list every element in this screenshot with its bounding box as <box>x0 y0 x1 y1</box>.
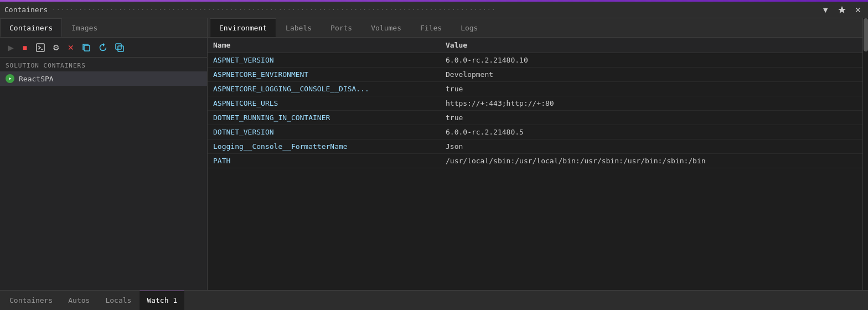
paste-button[interactable] <box>112 42 127 54</box>
svg-rect-2 <box>84 45 90 51</box>
tab-files[interactable]: Files <box>411 18 451 37</box>
env-name-7: PATH <box>213 157 446 165</box>
env-value-4: true <box>446 113 857 122</box>
env-value-5: 6.0.0-rc.2.21480.5 <box>446 128 857 136</box>
toolbar: ▶ ■ ⚙ ✕ <box>0 38 207 58</box>
svg-rect-4 <box>116 44 121 49</box>
env-value-1: Development <box>446 70 857 79</box>
env-value-2: true <box>446 85 857 93</box>
env-name-4: DOTNET_RUNNING_IN_CONTAINER <box>213 113 446 122</box>
title-bar-left: Containers ·····························… <box>4 6 496 14</box>
left-panel: Containers Images ▶ ■ ⚙ ✕ <box>0 18 208 290</box>
bottom-tab-containers[interactable]: Containers <box>2 291 60 310</box>
header-name: Name <box>213 41 446 49</box>
tab-volumes[interactable]: Volumes <box>361 18 411 37</box>
container-name: ReactSPA <box>19 75 54 83</box>
env-name-1: ASPNETCORE_ENVIRONMENT <box>213 70 446 79</box>
copy-button[interactable] <box>79 42 94 54</box>
title-bar-actions: ▼ ✕ <box>819 4 864 16</box>
list-item[interactable]: ReactSPA <box>0 71 207 86</box>
main-content: Containers Images ▶ ■ ⚙ ✕ <box>0 18 868 290</box>
bottom-tab-autos[interactable]: Autos <box>61 291 97 310</box>
title-bar-dots: ········································… <box>52 7 496 13</box>
table-row[interactable]: ASPNETCORE_LOGGING__CONSOLE__DISA... tru… <box>208 82 862 96</box>
delete-button[interactable]: ✕ <box>65 42 77 54</box>
close-button[interactable]: ✕ <box>852 4 864 16</box>
table-row[interactable]: PATH /usr/local/sbin:/usr/local/bin:/usr… <box>208 154 862 168</box>
table-row[interactable]: DOTNET_VERSION 6.0.0-rc.2.21480.5 <box>208 125 862 140</box>
bottom-tab-watch1[interactable]: Watch 1 <box>140 291 184 310</box>
chevron-down-button[interactable]: ▼ <box>819 4 831 16</box>
table-row[interactable]: ASPNETCORE_URLS https://+:443;http://+:8… <box>208 96 862 111</box>
table-row[interactable]: ASPNETCORE_ENVIRONMENT Development <box>208 68 862 82</box>
terminal-button[interactable] <box>33 42 48 54</box>
table-row[interactable]: DOTNET_RUNNING_IN_CONTAINER true <box>208 111 862 125</box>
play-button[interactable]: ▶ <box>4 42 17 54</box>
pin-button[interactable] <box>836 5 848 15</box>
panel-title: Containers <box>4 6 48 14</box>
svg-marker-3 <box>103 43 105 46</box>
container-list: ReactSPA <box>0 71 207 290</box>
env-name-6: Logging__Console__FormatterName <box>213 142 446 151</box>
tab-images[interactable]: Images <box>62 18 107 37</box>
header-value: Value <box>446 41 857 49</box>
env-value-6: Json <box>446 142 857 151</box>
env-name-3: ASPNETCORE_URLS <box>213 99 446 107</box>
table-row[interactable]: ASPNET_VERSION 6.0.0-rc.2.21480.10 <box>208 53 862 68</box>
tab-logs[interactable]: Logs <box>451 18 487 37</box>
tab-environment[interactable]: Environment <box>210 18 276 37</box>
bottom-tab-locals[interactable]: Locals <box>98 291 138 310</box>
tab-labels[interactable]: Labels <box>276 18 321 37</box>
running-status-icon <box>6 74 14 83</box>
scrollbar-track[interactable] <box>862 18 868 290</box>
env-value-3: https://+:443;http://+:80 <box>446 99 857 107</box>
section-header: Solution Containers <box>0 58 207 71</box>
title-bar: Containers ·····························… <box>0 2 868 18</box>
right-tab-bar: Environment Labels Ports Volumes Files L… <box>208 18 862 38</box>
right-panel: Environment Labels Ports Volumes Files L… <box>208 18 862 290</box>
environment-table: Name Value ASPNET_VERSION 6.0.0-rc.2.214… <box>208 38 862 290</box>
table-row[interactable]: Logging__Console__FormatterName Json <box>208 140 862 154</box>
tab-containers[interactable]: Containers <box>0 18 62 37</box>
env-name-0: ASPNET_VERSION <box>213 56 446 64</box>
env-name-5: DOTNET_VERSION <box>213 128 446 136</box>
table-header: Name Value <box>208 38 862 53</box>
stop-button[interactable]: ■ <box>19 42 31 54</box>
env-value-0: 6.0.0-rc.2.21480.10 <box>446 56 857 64</box>
bottom-tab-bar: Containers Autos Locals Watch 1 <box>0 290 868 310</box>
env-value-7: /usr/local/sbin:/usr/local/bin:/usr/sbin… <box>446 157 857 165</box>
env-name-2: ASPNETCORE_LOGGING__CONSOLE__DISA... <box>213 85 446 93</box>
tab-ports[interactable]: Ports <box>321 18 361 37</box>
svg-rect-5 <box>118 46 123 51</box>
left-tab-bar: Containers Images <box>0 18 207 38</box>
settings-button[interactable]: ⚙ <box>50 42 63 54</box>
refresh-button[interactable] <box>96 42 110 54</box>
